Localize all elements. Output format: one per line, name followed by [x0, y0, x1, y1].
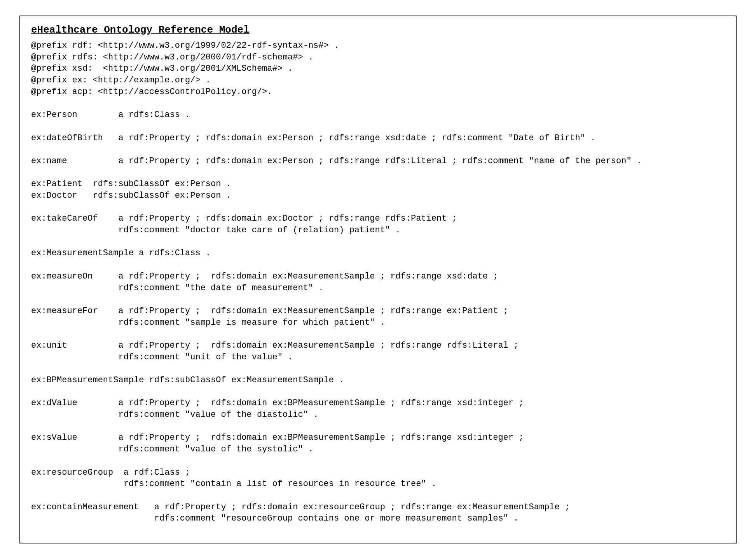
ontology-box: eHealthcare Ontology Reference Model @pr…: [19, 16, 737, 543]
title: eHealthcare Ontology Reference Model: [31, 23, 250, 37]
code-block: @prefix rdf: <http://www.w3.org/1999/02/…: [31, 41, 642, 523]
page: eHealthcare Ontology Reference Model @pr…: [0, 0, 756, 559]
